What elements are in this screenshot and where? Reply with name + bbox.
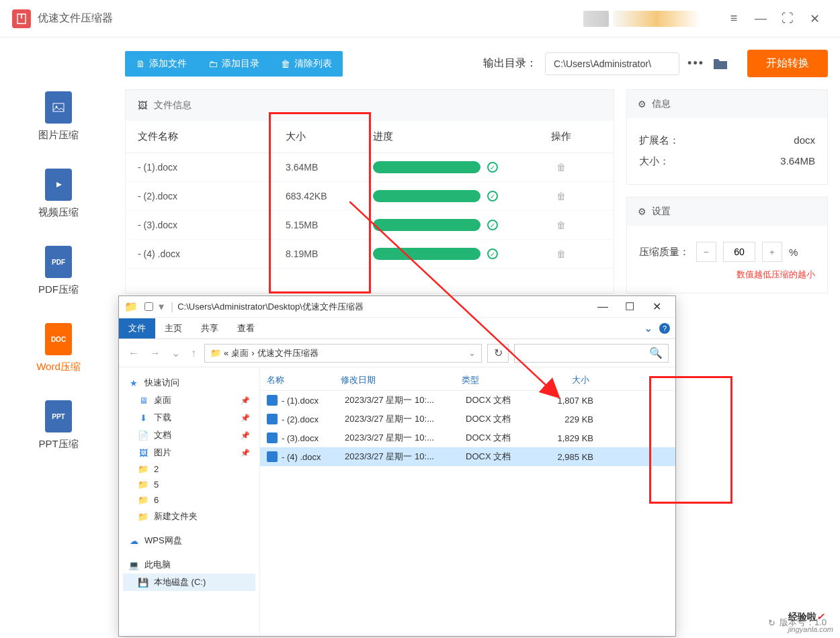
delete-button[interactable]: 🗑 xyxy=(556,220,566,230)
tree-quick-access[interactable]: ★快速访问 xyxy=(123,374,255,392)
sidebar-item-video[interactable]: 视频压缩 xyxy=(0,169,117,219)
tree-folder[interactable]: 📁新建文件夹 xyxy=(123,508,255,525)
explorer-minimize[interactable]: — xyxy=(589,301,616,313)
tree-pictures[interactable]: 🖼图片📌 xyxy=(123,444,255,461)
up-button[interactable]: ↑ xyxy=(188,347,199,359)
table-row[interactable]: - (2).docx 683.42KB ✓ 🗑 xyxy=(126,182,614,211)
button-label: 清除列表 xyxy=(294,58,332,70)
sidebar-item-image[interactable]: 图片压缩 xyxy=(0,91,117,142)
delete-button[interactable]: 🗑 xyxy=(556,191,566,201)
breadcrumb[interactable]: 优速文件压缩器 xyxy=(257,347,319,359)
tree-label: 桌面 xyxy=(154,394,171,406)
table-row[interactable]: - (1).docx 3.64MB ✓ 🗑 xyxy=(126,153,614,182)
clear-list-button[interactable]: 🗑清除列表 xyxy=(270,51,343,77)
start-convert-button[interactable]: 开始转换 xyxy=(747,50,828,77)
forward-button[interactable]: → xyxy=(147,347,163,359)
file-list-panel: 🖼 文件信息 文件名称 大小 进度 操作 - (1).docx 3.64MB ✓… xyxy=(125,89,614,293)
sidebar-item-pdf[interactable]: PDF PDF压缩 xyxy=(0,246,117,296)
explorer-file-row[interactable]: - (3).docx 2023/3/27 星期一 10:... DOCX 文档 … xyxy=(260,428,675,447)
user-avatar[interactable] xyxy=(583,11,609,27)
tree-desktop[interactable]: 🖥桌面📌 xyxy=(123,392,255,409)
col-size[interactable]: 大小 xyxy=(536,374,589,386)
browse-folder-button[interactable] xyxy=(712,57,728,71)
col-type[interactable]: 类型 xyxy=(462,374,536,386)
ribbon-file[interactable]: 文件 xyxy=(119,318,155,338)
refresh-button[interactable]: ↻ xyxy=(487,344,509,363)
col-name[interactable]: 名称 xyxy=(267,374,341,386)
docx-icon xyxy=(267,432,278,443)
increase-button[interactable]: + xyxy=(762,242,782,262)
tree-label: 图片 xyxy=(154,447,171,459)
delete-button[interactable]: 🗑 xyxy=(556,248,566,259)
pdf-icon: PDF xyxy=(45,246,72,278)
table-header: 文件名称 大小 进度 操作 xyxy=(126,121,614,153)
tree-documents[interactable]: 📄文档📌 xyxy=(123,426,255,444)
quality-input[interactable] xyxy=(723,242,755,262)
help-icon[interactable]: ? xyxy=(659,323,670,334)
tree-folder[interactable]: 📁2 xyxy=(123,461,255,477)
ribbon-view[interactable]: 查看 xyxy=(228,318,264,338)
breadcrumb[interactable]: 桌面 xyxy=(231,347,249,359)
tree-folder[interactable]: 📁6 xyxy=(123,492,255,508)
chevron-down-icon[interactable]: ⌄ xyxy=(468,348,476,358)
ribbon-home[interactable]: 主页 xyxy=(155,318,192,338)
output-path-input[interactable] xyxy=(545,52,679,75)
add-folder-button[interactable]: 🗀添加目录 xyxy=(198,51,270,77)
file-type: DOCX 文档 xyxy=(466,432,540,444)
file-type: DOCX 文档 xyxy=(466,413,540,425)
expand-ribbon-icon[interactable]: ⌄ xyxy=(644,322,653,334)
tree-cdrive[interactable]: 💾本地磁盘 (C:) xyxy=(123,574,255,591)
more-button[interactable]: ••• xyxy=(687,56,704,71)
titlebar: 优速文件压缩器 ≡ — ⛶ ✕ xyxy=(0,0,840,38)
explorer-file-row[interactable]: - (2).docx 2023/3/27 星期一 10:... DOCX 文档 … xyxy=(260,410,675,428)
tree-folder[interactable]: 📁5 xyxy=(123,477,255,492)
decrease-button[interactable]: − xyxy=(696,242,716,262)
add-file-button[interactable]: 🗎添加文件 xyxy=(125,51,198,77)
checkbox[interactable] xyxy=(144,302,153,311)
table-row[interactable]: - (4) .docx 8.19MB ✓ 🗑 xyxy=(126,240,614,269)
address-bar[interactable]: 📁 « 桌面 › 优速文件压缩器 ⌄ xyxy=(204,344,482,363)
delete-button[interactable]: 🗑 xyxy=(556,162,566,173)
sidebar-label: 视频压缩 xyxy=(38,206,79,219)
header-text: 文件信息 xyxy=(154,99,192,111)
ribbon-share[interactable]: 共享 xyxy=(192,318,228,338)
table-row[interactable]: - (3).docx 5.15MB ✓ 🗑 xyxy=(126,211,614,240)
info-panel: ⚙信息 扩展名：docx 大小：3.64MB ⚙设置 压缩质量： − + % xyxy=(626,89,828,293)
file-size: 2,985 KB xyxy=(540,452,593,462)
explorer-file-row[interactable]: - (1).docx 2023/3/27 星期一 10:... DOCX 文档 … xyxy=(260,391,675,410)
sidebar-item-word[interactable]: DOC Word压缩 xyxy=(0,323,117,373)
tree-thispc[interactable]: 💻此电脑 xyxy=(123,556,255,574)
check-icon: ✓ xyxy=(487,191,498,201)
file-size: 1,807 KB xyxy=(540,396,593,406)
tree-downloads[interactable]: ⬇下载📌 xyxy=(123,409,255,426)
explorer-titlebar[interactable]: 📁 ▾ | C:\Users\Administrator\Desktop\优速文… xyxy=(119,296,675,318)
tree-label: 6 xyxy=(154,495,159,505)
output-label: 输出目录： xyxy=(483,56,537,71)
sidebar-label: 图片压缩 xyxy=(38,129,79,142)
refresh-icon[interactable]: ↻ xyxy=(768,618,775,628)
dropdown-icon[interactable]: ▾ xyxy=(159,300,164,313)
tree-wps[interactable]: ☁WPS网盘 xyxy=(123,532,255,549)
settings-header: 设置 xyxy=(652,206,671,218)
menu-button[interactable]: ≡ xyxy=(720,5,747,32)
file-size: 683.42KB xyxy=(286,191,373,201)
explorer-file-row[interactable]: - (4) .docx 2023/3/27 星期一 10:... DOCX 文档… xyxy=(260,447,675,466)
file-type: DOCX 文档 xyxy=(466,451,540,463)
maximize-button[interactable]: ⛶ xyxy=(774,5,801,32)
watermark: 经验啦✓ jingyanla.com xyxy=(788,611,833,634)
back-button[interactable]: ← xyxy=(126,347,142,359)
breadcrumb[interactable]: « xyxy=(224,348,228,358)
explorer-close[interactable]: ✕ xyxy=(643,300,670,313)
tree-label: 下载 xyxy=(154,412,171,424)
close-button[interactable]: ✕ xyxy=(801,5,828,32)
explorer-maximize[interactable]: ☐ xyxy=(616,300,643,313)
col-date[interactable]: 修改日期 xyxy=(341,374,462,386)
sidebar-item-ppt[interactable]: PPT PPT压缩 xyxy=(0,400,117,451)
recent-dropdown[interactable]: ⌄ xyxy=(169,347,183,359)
watermark-text: 经验啦 xyxy=(788,611,816,622)
user-info[interactable] xyxy=(613,11,700,27)
file-name: - (4) .docx xyxy=(282,452,345,462)
minimize-button[interactable]: — xyxy=(747,5,774,32)
sidebar-label: PPT压缩 xyxy=(38,438,78,451)
search-input[interactable]: 🔍 xyxy=(514,344,669,363)
